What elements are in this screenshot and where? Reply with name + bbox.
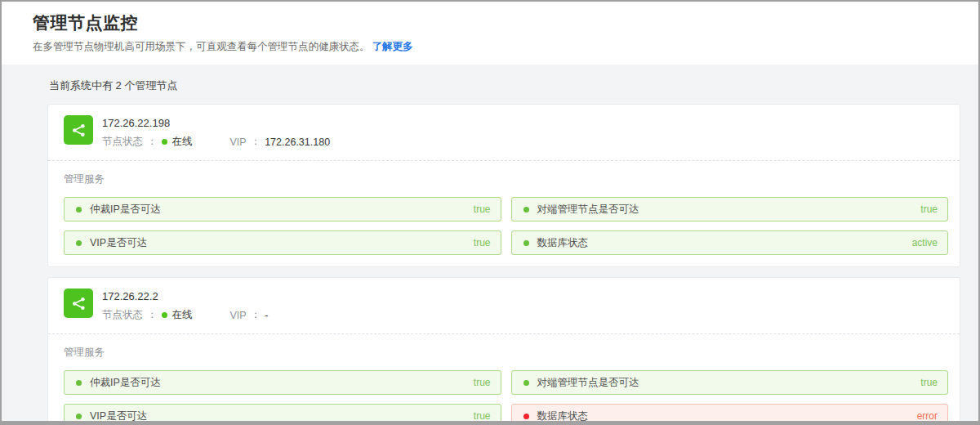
service-label: 数据库状态 [537, 409, 917, 423]
service-status-dot [76, 414, 82, 419]
services-title: 管理服务 [64, 346, 948, 360]
app-window: 管理节点监控 在多管理节点物理机高可用场景下，可直观查看每个管理节点的健康状态。… [0, 0, 980, 425]
learn-more-link[interactable]: 了解更多 [372, 41, 413, 52]
service-label: 仲裁IP是否可达 [90, 203, 474, 217]
management-node-icon [64, 289, 93, 318]
services-grid: 仲裁IP是否可达 true 对端管理节点是否可达 true VIP是否可达 tr… [64, 370, 948, 425]
node-status-label: 节点状态 [102, 308, 143, 322]
online-status-dot [162, 139, 167, 145]
share-network-glyph [71, 296, 87, 311]
page-header: 管理节点监控 在多管理节点物理机高可用场景下，可直观查看每个管理节点的健康状态。… [2, 2, 978, 65]
vip-value: 172.26.31.180 [265, 136, 330, 148]
service-tile: 数据库状态 active [511, 230, 949, 255]
node-card-body: 管理服务 仲裁IP是否可达 true 对端管理节点是否可达 true VI [48, 161, 960, 266]
service-status-dot [523, 380, 529, 386]
page-subtitle: 在多管理节点物理机高可用场景下，可直观查看每个管理节点的健康状态。了解更多 [33, 40, 946, 54]
node-card-body: 管理服务 仲裁IP是否可达 true 对端管理节点是否可达 true VI [48, 334, 960, 425]
node-info: 172.26.22.198 节点状态 ： 在线 VIP ： 172.26.31.… [102, 115, 330, 149]
service-tile: 对端管理节点是否可达 true [511, 197, 949, 221]
service-label: VIP是否可达 [90, 236, 474, 250]
node-card-header: 172.26.22.198 节点状态 ： 在线 VIP ： 172.26.31.… [48, 105, 960, 149]
service-value: true [474, 377, 491, 388]
vip-value: - [265, 310, 268, 321]
node-count-label: 当前系统中有 2 个管理节点 [49, 78, 978, 93]
service-status-dot [76, 240, 82, 246]
service-label: 对端管理节点是否可达 [537, 203, 921, 217]
node-meta: 节点状态 ： 在线 VIP ： - [102, 308, 268, 322]
node-status-value: 在线 [172, 135, 193, 149]
service-tile: 仲裁IP是否可达 true [64, 370, 501, 395]
service-status-dot [76, 207, 82, 212]
colon: ： [251, 308, 261, 322]
services-grid: 仲裁IP是否可达 true 对端管理节点是否可达 true VIP是否可达 tr… [64, 197, 948, 255]
node-ip: 172.26.22.2 [102, 289, 268, 302]
service-status-dot [523, 240, 529, 246]
node-info: 172.26.22.2 节点状态 ： 在线 VIP ： - [102, 289, 268, 322]
vip-group: VIP ： 172.26.31.180 [230, 135, 331, 149]
content-area: 当前系统中有 2 个管理节点 172.26.22.198 节点状态 [2, 65, 978, 425]
share-network-glyph [71, 123, 87, 138]
service-value: true [474, 237, 491, 248]
service-status-dot [76, 380, 82, 386]
service-status-dot [523, 207, 529, 212]
service-value: true [920, 204, 938, 215]
service-value: error [917, 410, 938, 422]
page-title: 管理节点监控 [33, 11, 946, 34]
node-status-label: 节点状态 [102, 135, 143, 149]
service-value: true [920, 377, 938, 388]
service-label: 仲裁IP是否可达 [90, 376, 474, 390]
management-node-icon [64, 115, 93, 145]
colon: ： [251, 135, 261, 149]
service-tile: VIP是否可达 true [64, 404, 501, 425]
colon: ： [147, 135, 158, 149]
vip-group: VIP ： - [230, 308, 269, 322]
node-meta: 节点状态 ： 在线 VIP ： 172.26.31.180 [102, 135, 330, 149]
services-title: 管理服务 [64, 172, 948, 186]
service-tile: VIP是否可达 true [64, 230, 501, 255]
service-value: true [474, 410, 491, 422]
service-tile: 仲裁IP是否可达 true [64, 197, 501, 221]
node-card: 172.26.22.198 节点状态 ： 在线 VIP ： 172.26.31.… [47, 104, 960, 267]
online-status-dot [162, 312, 167, 318]
service-label: 数据库状态 [537, 236, 912, 250]
service-value: active [912, 237, 938, 248]
service-tile: 对端管理节点是否可达 true [511, 370, 949, 395]
node-card-header: 172.26.22.2 节点状态 ： 在线 VIP ： - [48, 278, 960, 322]
service-status-dot [523, 414, 529, 419]
node-ip: 172.26.22.198 [102, 115, 330, 129]
service-tile: 数据库状态 error [511, 404, 949, 425]
service-label: 对端管理节点是否可达 [537, 376, 921, 390]
service-label: VIP是否可达 [90, 409, 474, 423]
page-subtitle-text: 在多管理节点物理机高可用场景下，可直观查看每个管理节点的健康状态。 [33, 41, 370, 52]
node-status-value: 在线 [172, 308, 193, 322]
vip-label: VIP [230, 136, 247, 148]
colon: ： [147, 308, 158, 322]
vip-label: VIP [230, 310, 247, 321]
service-value: true [474, 204, 491, 215]
node-card: 172.26.22.2 节点状态 ： 在线 VIP ： - [47, 277, 960, 425]
